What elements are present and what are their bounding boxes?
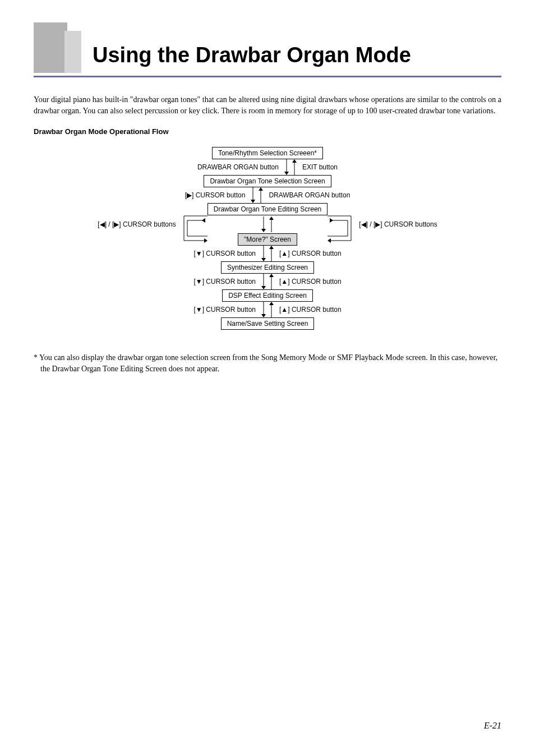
svg-marker-11 [261, 229, 266, 232]
svg-marker-14 [328, 238, 331, 243]
svg-marker-9 [202, 218, 205, 223]
loop-left-icon [179, 214, 207, 245]
arrow-down-up-icon [259, 216, 276, 232]
label-cursor-right: [▶] CURSOR button [185, 191, 249, 199]
footnote: * You can also display the drawbar organ… [34, 352, 501, 374]
arrow-down-up-icon [248, 187, 265, 203]
node-name-save: Name/Save Setting Screen [221, 317, 315, 330]
node-tone-rhythm: Tone/Rhythm Selection Screeen* [212, 147, 323, 159]
label-cursor-up-1: [▲] CURSOR button [276, 250, 342, 257]
node-more-screen: "More?" Screen [238, 233, 297, 246]
title-underline [34, 76, 501, 77]
page-title: Using the Drawbar Organ Mode [93, 43, 411, 67]
arrow-down-up-icon [259, 274, 276, 289]
svg-marker-23 [269, 274, 274, 277]
page-number: E-21 [484, 721, 501, 731]
label-exit-button: EXIT button [299, 163, 338, 171]
header-decorative-bars [34, 22, 81, 73]
label-cursor-down-2: [▼] CURSOR button [193, 278, 259, 285]
flow-subheading: Drawbar Organ Mode Operational Flow [34, 127, 501, 136]
arrow-down-up-icon [259, 246, 276, 261]
label-cursor-up-2: [▲] CURSOR button [276, 278, 342, 285]
label-cursor-down-3: [▼] CURSOR button [193, 306, 259, 314]
arrow-down-up-icon [282, 159, 299, 175]
node-dsp-editing: DSP Effect Editing Screen [222, 289, 313, 302]
label-cursor-lr-left: [◀] / [▶] CURSOR buttons [98, 220, 176, 228]
svg-marker-15 [330, 218, 333, 223]
flowchart: Tone/Rhythm Selection Screeen* DRAWBAR O… [34, 147, 501, 330]
node-tone-editing: Drawbar Organ Tone Editing Screen [207, 203, 328, 215]
label-drawbar-organ-button: DRAWBAR ORGAN button [197, 163, 282, 171]
svg-marker-27 [269, 302, 274, 305]
label-cursor-lr-right: [◀] / [▶] CURSOR buttons [359, 220, 437, 228]
svg-marker-13 [269, 216, 274, 220]
svg-marker-7 [259, 187, 263, 191]
intro-paragraph: Your digital piano has built-in "drawbar… [34, 94, 501, 116]
loop-right-icon [328, 214, 356, 245]
label-cursor-up-3: [▲] CURSOR button [276, 306, 342, 314]
label-cursor-down-1: [▼] CURSOR button [193, 250, 259, 257]
header-block: Using the Drawbar Organ Mode [34, 22, 501, 73]
svg-marker-3 [292, 159, 297, 163]
svg-marker-19 [269, 246, 274, 249]
node-tone-selection: Drawbar Organ Tone Selection Screen [204, 175, 331, 187]
label-drawbar-organ-button-2: DRAWBAR ORGAN button [265, 191, 350, 199]
arrow-down-up-icon [259, 302, 276, 317]
node-synth-editing: Synthesizer Editing Screen [221, 261, 314, 274]
